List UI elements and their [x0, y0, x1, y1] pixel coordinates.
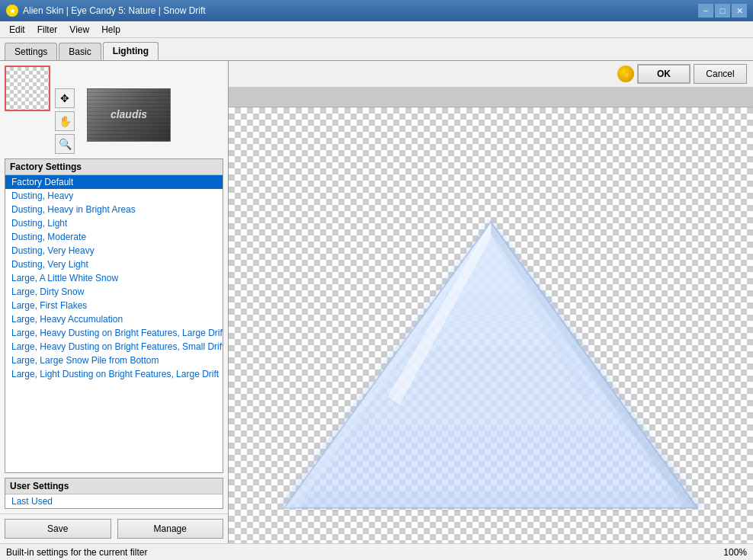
main-content: ✥ ✋ 🔍 claudis Factory Settings Facto: [0, 61, 753, 543]
menu-view[interactable]: View: [63, 23, 95, 37]
factory-settings-header: Factory Settings: [5, 159, 223, 175]
preview-canvas: [229, 107, 753, 543]
left-panel: ✥ ✋ 🔍 claudis Factory Settings Facto: [0, 61, 229, 543]
close-button[interactable]: ✕: [732, 4, 747, 18]
maximize-button[interactable]: □: [715, 4, 730, 18]
minimize-button[interactable]: −: [698, 4, 713, 18]
right-panel: 👆 OK Cancel: [229, 61, 753, 543]
zoom-level: 100%: [723, 547, 747, 558]
settings-item-large-light-dusting[interactable]: Large, Light Dusting on Bright Features,…: [5, 367, 223, 381]
menu-help[interactable]: Help: [95, 23, 127, 37]
settings-item-large-dirty-snow[interactable]: Large, Dirty Snow: [5, 285, 223, 299]
cancel-button[interactable]: Cancel: [694, 64, 747, 84]
ok-button[interactable]: OK: [637, 64, 691, 84]
settings-item-dusting-heavy[interactable]: Dusting, Heavy: [5, 189, 223, 203]
status-message: Built-in settings for the current filter: [6, 547, 147, 558]
zoom-tool-button[interactable]: 🔍: [55, 134, 75, 154]
bottom-buttons: Save Manage: [0, 514, 228, 543]
settings-item-large-snow-pile-bottom[interactable]: Large, Large Snow Pile from Bottom: [5, 354, 223, 367]
settings-item-dusting-heavy-bright[interactable]: Dusting, Heavy in Bright Areas: [5, 203, 223, 216]
ok-hand-icon: 👆: [617, 66, 634, 82]
tab-settings[interactable]: Settings: [5, 43, 57, 60]
tab-basic[interactable]: Basic: [59, 43, 101, 60]
settings-item-large-first-flakes[interactable]: Large, First Flakes: [5, 299, 223, 312]
preview-top: ✥ ✋ 🔍 claudis: [0, 61, 228, 158]
preview-top-strip: [229, 88, 753, 107]
user-settings-header: User Settings: [5, 478, 223, 494]
settings-section: Factory Settings Factory Default Dusting…: [0, 158, 228, 514]
snow-drift-preview: [229, 107, 753, 543]
settings-item-large-heavy-dusting-small[interactable]: Large, Heavy Dusting on Bright Features,…: [5, 340, 223, 354]
menu-filter[interactable]: Filter: [31, 23, 64, 37]
factory-settings-list[interactable]: Factory Default Dusting, Heavy Dusting, …: [5, 175, 223, 472]
settings-item-dusting-very-light[interactable]: Dusting, Very Light: [5, 258, 223, 271]
settings-item-large-heavy-dusting-large[interactable]: Large, Heavy Dusting on Bright Features,…: [5, 326, 223, 340]
user-settings-group: User Settings Last Used: [5, 478, 223, 509]
app-icon: ★: [6, 5, 18, 17]
settings-item-dusting-moderate[interactable]: Dusting, Moderate: [5, 230, 223, 244]
window-controls: − □ ✕: [698, 4, 747, 18]
tab-bar: Settings Basic Lighting: [0, 38, 753, 61]
title-text: Alien Skin | Eye Candy 5: Nature | Snow …: [23, 5, 698, 16]
settings-item-dusting-light[interactable]: Dusting, Light: [5, 216, 223, 230]
factory-settings-group: Factory Settings Factory Default Dusting…: [5, 158, 223, 473]
settings-item-dusting-very-heavy[interactable]: Dusting, Very Heavy: [5, 244, 223, 258]
menu-bar: Edit Filter View Help: [0, 21, 753, 38]
save-button[interactable]: Save: [5, 519, 111, 539]
manage-button[interactable]: Manage: [117, 519, 224, 539]
tab-lighting[interactable]: Lighting: [103, 42, 159, 60]
hand-tool-button[interactable]: ✋: [55, 111, 75, 131]
ok-cancel-bar: 👆 OK Cancel: [229, 61, 753, 88]
move-tool-button[interactable]: ✥: [55, 88, 75, 108]
menu-edit[interactable]: Edit: [3, 23, 31, 37]
preview-tools: ✥ ✋ 🔍: [55, 66, 75, 154]
small-preview-thumbnail: [5, 66, 50, 111]
user-settings-last-used[interactable]: Last Used: [5, 494, 223, 508]
settings-item-factory-default[interactable]: Factory Default: [5, 175, 223, 189]
status-bar: Built-in settings for the current filter…: [0, 543, 753, 560]
settings-item-large-little-white[interactable]: Large, A Little White Snow: [5, 271, 223, 285]
title-bar: ★ Alien Skin | Eye Candy 5: Nature | Sno…: [0, 0, 753, 21]
settings-item-large-heavy-accum[interactable]: Large, Heavy Accumulation: [5, 312, 223, 326]
